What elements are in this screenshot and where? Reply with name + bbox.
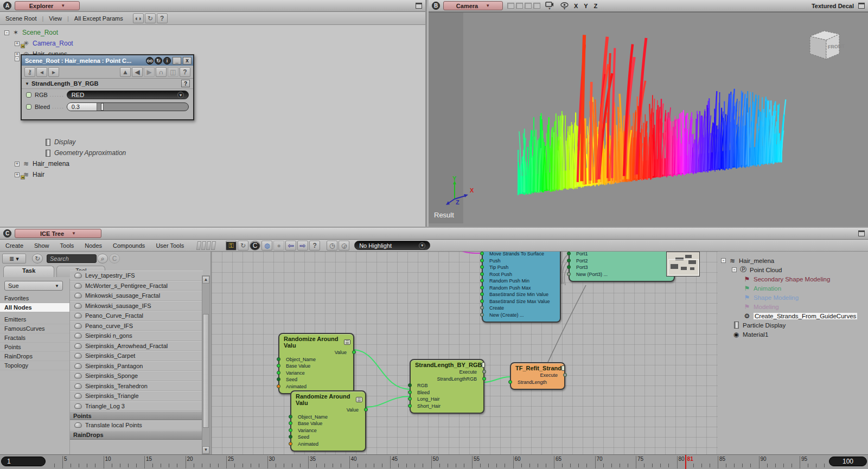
preset-dropdown[interactable]: Sue ▼ — [4, 281, 63, 291]
start-frame-field[interactable]: 1 — [1, 457, 46, 466]
compound-icon[interactable]: C — [250, 241, 260, 250]
graph-minimap[interactable] — [666, 252, 700, 277]
ppg-help-icon[interactable]: ? — [180, 67, 190, 77]
tab-task[interactable]: Task — [3, 266, 54, 277]
port-dot[interactable] — [277, 371, 280, 375]
lock-icon[interactable]: ◖◗ — [133, 14, 144, 23]
menu-filter[interactable]: All Except Params — [69, 14, 129, 23]
xyz-axis-toggles[interactable]: X Y Z — [574, 3, 599, 9]
tf-refit-node[interactable]: TF_Refit_StrandExecuteStrandLength — [510, 362, 565, 390]
port-dot[interactable] — [289, 415, 292, 419]
input-port-create[interactable]: Create — [483, 305, 560, 312]
output-port-value[interactable]: Value — [291, 407, 365, 414]
list-item[interactable]: Sierpinskis_Arrowhead_Fractal — [70, 341, 203, 351]
output-port-value[interactable]: Value — [279, 349, 353, 356]
port-dot[interactable] — [289, 435, 292, 439]
search-input[interactable] — [47, 254, 97, 263]
node-list-scrollbar[interactable]: ▲ ▼ — [202, 275, 210, 454]
list-item[interactable]: Minkowski_sausage_IFS — [70, 301, 203, 311]
up-level-icon[interactable]: ▲ — [120, 67, 131, 77]
help-icon[interactable]: ? — [157, 14, 168, 23]
node-menu-icon[interactable] — [482, 362, 485, 368]
viewport-b-maximize-icon[interactable] — [858, 3, 865, 9]
ice-title-tab[interactable]: ICE Tree ▼ — [15, 229, 101, 238]
port-dot[interactable] — [482, 377, 486, 381]
next-icon[interactable]: ▸ — [48, 67, 59, 77]
timer-icon[interactable]: ◷ — [327, 241, 337, 250]
ppg-compare-icon[interactable]: oo — [146, 57, 154, 65]
menu-scene-root[interactable]: Scene Root — [0, 14, 42, 23]
port-dot[interactable] — [480, 279, 484, 282]
input-port-seed[interactable]: Seed — [279, 376, 353, 383]
input-port-base-value[interactable]: Base Value — [279, 363, 353, 370]
ppg-minimize-button[interactable]: _ — [173, 57, 181, 65]
forward-icon[interactable]: ▶ — [144, 67, 155, 77]
tree-item-hair[interactable]: +≋HHair — [15, 169, 44, 180]
tree-item-display[interactable]: Display — [35, 137, 75, 147]
scroll-down-icon[interactable]: ▼ — [202, 446, 209, 454]
ppg-close-button[interactable]: x — [183, 57, 192, 65]
nav-forward-icon[interactable]: ⇨ — [297, 241, 308, 250]
port-dot[interactable] — [277, 357, 280, 361]
output-port-execute[interactable]: Execute — [511, 372, 564, 379]
input-port-port1[interactable]: Port1 — [570, 252, 674, 258]
bleed-value[interactable]: 0.3 — [67, 103, 97, 111]
menu-show[interactable]: Show — [29, 241, 55, 250]
scene-tree-item-modeling[interactable]: ⚑Modeling — [718, 302, 868, 311]
input-port-long-hair[interactable]: Long_Hair — [411, 396, 483, 403]
scene-tree-item-particle-display[interactable]: Particle Display — [718, 320, 868, 330]
port-dot[interactable] — [408, 390, 412, 394]
port-dot[interactable] — [567, 265, 571, 269]
ice-graph-canvas[interactable]: Move Strands To SurfacePushTip PushRoot … — [212, 252, 718, 454]
node-menu-icon[interactable] — [344, 339, 350, 345]
bleed-slider-handle[interactable] — [101, 103, 104, 111]
tree-item-geometry-approximation[interactable]: Geometry Approximation — [35, 147, 126, 158]
port-dot[interactable] — [567, 259, 571, 262]
scrollbar-thumb[interactable] — [203, 314, 209, 428]
port-dot[interactable] — [480, 265, 484, 269]
port-dot[interactable] — [480, 306, 484, 310]
port-dot[interactable] — [508, 380, 512, 384]
input-port-port3[interactable]: Port3 — [570, 264, 674, 271]
list-item[interactable]: McWorter_s_Pentigree_Fractal — [70, 281, 203, 291]
explorer-maximize-icon[interactable] — [416, 3, 422, 9]
input-port-tip-push[interactable]: Tip Push — [483, 264, 560, 271]
port-dot[interactable] — [289, 428, 292, 432]
explorer-title-tab[interactable]: Explorer ▼ — [15, 1, 80, 10]
menu-tools[interactable]: Tools — [55, 241, 80, 250]
input-port-variance[interactable]: Variance — [291, 427, 365, 434]
menu-nodes[interactable]: Nodes — [79, 241, 107, 250]
list-view-dropdown[interactable]: ≣ ▾ — [2, 254, 26, 264]
category-favorites[interactable]: Favorites — [0, 294, 69, 303]
port-dot[interactable] — [480, 292, 484, 296]
port-dot[interactable] — [289, 442, 292, 446]
rgb-anim-divot[interactable] — [26, 92, 31, 98]
output-port-strandlengthrgb[interactable]: StrandLengthRGB — [411, 376, 483, 383]
playhead[interactable] — [685, 455, 686, 469]
list-item[interactable]: Sierpinskis_Terahedron — [70, 381, 203, 391]
tree-item-scene-root[interactable]: -✶Scene_Root — [4, 27, 58, 38]
ice-badge[interactable]: C — [3, 229, 11, 237]
ice-help-icon[interactable]: ? — [309, 241, 320, 250]
category-points[interactable]: Points — [0, 343, 69, 352]
scene-tree-item-animation[interactable]: ⚑Animation — [718, 284, 868, 293]
port-dot[interactable] — [482, 370, 486, 374]
input-port-move-strands-to-surface[interactable]: Move Strands To Surface — [483, 252, 560, 258]
globe-icon[interactable]: ◍ — [261, 241, 272, 250]
scene-tree-item-shape-modeling[interactable]: ⚑Shape Modeling — [718, 293, 868, 302]
category-all-nodes[interactable]: All Nodes — [0, 303, 69, 312]
list-item[interactable]: Minkowski_sausage_Fractal — [70, 291, 203, 301]
camera-menu[interactable]: Camera ▼ — [443, 1, 503, 10]
list-item[interactable]: Sierpinski n_gons — [70, 331, 203, 341]
port-dot[interactable] — [364, 408, 368, 412]
ppg-info-icon[interactable]: i — [163, 57, 171, 65]
expand-toggle[interactable]: + — [15, 172, 20, 177]
end-frame-field[interactable]: 100 — [829, 457, 867, 466]
input-port-rgb[interactable]: RGB — [411, 382, 483, 389]
input-port-variance[interactable]: Variance — [279, 370, 353, 377]
input-port-push[interactable]: Push — [483, 258, 560, 265]
input-port-strandlength[interactable]: StrandLength — [511, 379, 564, 386]
timeline-ruler[interactable]: 1 5101520253035404550556065707580859095 … — [0, 454, 868, 469]
back-icon[interactable]: ◀ — [132, 67, 143, 77]
refresh-icon[interactable]: ↻ — [145, 14, 156, 23]
